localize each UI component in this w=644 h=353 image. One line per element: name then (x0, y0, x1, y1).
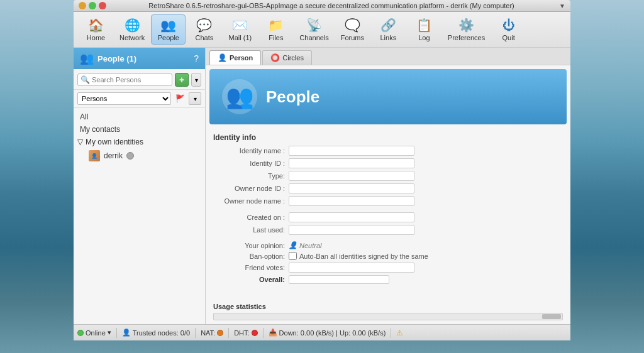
online-label: Online (86, 329, 106, 337)
toolbar-files[interactable]: 📁 Files (258, 15, 293, 44)
transfer-icon: 📥 (269, 329, 277, 337)
toolbar-log-label: Log (418, 34, 430, 41)
up-label: Up: 0.00 (kB/s) (340, 329, 386, 337)
tree-item-all[interactable]: All (74, 111, 205, 123)
right-panel: 👤 Person ⭕ Circles 👥 People Identity inf… (206, 48, 570, 324)
titlebar: RetroShare 0.6.5-retroshare-gui-OBS-AppI… (74, 0, 570, 12)
mail-icon: ✉️ (232, 18, 248, 33)
toolbar-forums[interactable]: 🗨️ Forums (335, 15, 370, 44)
toolbar-mail-label: Mail (1) (229, 34, 252, 41)
identity-id-value[interactable] (289, 158, 414, 168)
collapse-icon: ▽ (77, 138, 83, 146)
toolbar-home[interactable]: 🏠 Home (79, 15, 113, 44)
window-controls[interactable] (79, 2, 106, 9)
online-status-dot (77, 330, 84, 336)
toolbar-quit-label: Quit (502, 34, 515, 41)
help-button[interactable]: ? (194, 53, 199, 63)
toolbar-quit[interactable]: ⏻ Quit (491, 16, 526, 44)
add-person-button[interactable]: + (175, 73, 189, 87)
links-icon: 🔗 (380, 18, 396, 33)
toolbar-people-label: People (158, 34, 179, 41)
friend-votes-row: Friend votes: (213, 263, 563, 273)
ban-value: Auto-Ban all identities signed by the sa… (289, 252, 428, 260)
maximize-button[interactable] (89, 2, 96, 9)
toolbar-network-label: Network (119, 34, 145, 41)
separator-5 (391, 328, 391, 338)
opinion-label: Your opinion: (213, 242, 289, 249)
people-banner: 👥 People (209, 69, 567, 124)
tab-circles[interactable]: ⭕ Circles (262, 50, 312, 65)
separator-2 (195, 328, 196, 338)
owner-node-id-value[interactable] (289, 183, 414, 193)
search-input[interactable] (92, 76, 169, 84)
expand-icon[interactable]: ▼ (559, 3, 565, 9)
info-row-created: Created on : (213, 212, 563, 222)
identity-type-label: Type: (213, 172, 289, 180)
ban-label: Ban-option: (213, 253, 289, 260)
content-area: 👥 People (1) ? 🔍 + ▾ Persons 🚩 (74, 48, 570, 324)
nat-item: NAT: (201, 329, 223, 337)
main-window: RetroShare 0.6.5-retroshare-gui-OBS-AppI… (74, 0, 570, 340)
usage-section: Usage statistics (206, 303, 570, 324)
identity-info-title: Identity info (213, 133, 563, 142)
files-icon: 📁 (268, 18, 284, 33)
tree-group-label: My own identities (86, 138, 143, 146)
close-button[interactable] (99, 2, 106, 9)
dht-status-dot (252, 330, 258, 336)
scrollbar-area[interactable] (213, 313, 563, 320)
search-input-wrap: 🔍 (77, 73, 172, 86)
toolbar-chats[interactable]: 💬 Chats (187, 15, 221, 44)
tree-item-contacts[interactable]: My contacts (74, 123, 205, 136)
created-on-value[interactable] (289, 212, 414, 222)
home-icon: 🏠 (88, 18, 104, 33)
minimize-button[interactable] (79, 2, 86, 9)
dht-item: DHT: (234, 329, 257, 337)
toolbar-network[interactable]: 🌐 Network (114, 15, 150, 44)
tab-person[interactable]: 👤 Person (209, 50, 261, 65)
people-toolbar-icon: 👥 (160, 18, 176, 33)
toolbar-forums-label: Forums (341, 34, 364, 41)
toolbar-preferences[interactable]: ⚙️ Preferences (443, 15, 490, 44)
identity-type-value[interactable] (289, 171, 414, 181)
dht-label: DHT: (234, 329, 249, 337)
info-row-node-name: Owner node name : (213, 196, 563, 206)
channels-icon: 📡 (306, 18, 322, 33)
config-button[interactable]: ▾ (189, 92, 201, 105)
people-header-left: 👥 People (1) (80, 52, 136, 65)
tree-group-own-identities[interactable]: ▽ My own identities (74, 136, 205, 148)
owner-node-name-value[interactable] (289, 196, 414, 206)
search-bar: 🔍 + ▾ (74, 69, 205, 90)
flag-icon[interactable]: 🚩 (174, 92, 186, 105)
friend-votes-value[interactable] (289, 263, 414, 273)
ban-checkbox[interactable] (289, 252, 297, 260)
toolbar-links[interactable]: 🔗 Links (371, 15, 406, 44)
persons-filter-select[interactable]: Persons (77, 92, 171, 105)
overall-label: Overall: (213, 276, 289, 283)
more-options-button[interactable]: ▾ (191, 73, 201, 87)
toolbar-log[interactable]: 📋 Log (407, 15, 441, 44)
tabs-row: 👤 Person ⭕ Circles (206, 48, 570, 65)
toolbar-home-label: Home (87, 34, 105, 41)
tree-item-user-derrik[interactable]: 👤 derrik (74, 148, 205, 163)
window-title: RetroShare 0.6.5-retroshare-gui-OBS-AppI… (106, 2, 557, 9)
online-status-item[interactable]: Online ▾ (77, 329, 111, 337)
info-row-name: Identity name : (213, 146, 563, 156)
last-used-label: Last used: (213, 226, 289, 234)
owner-node-name-label: Owner node name : (213, 197, 289, 205)
toolbar-mail[interactable]: ✉️ Mail (1) (223, 15, 257, 44)
people-header: 👥 People (1) ? (74, 48, 205, 69)
person-status-icon: 👤 (122, 329, 131, 337)
person-tab-icon: 👤 (218, 53, 227, 62)
opinion-icon: 👤 (289, 241, 297, 249)
quit-icon: ⏻ (502, 18, 515, 33)
ban-row: Ban-option: Auto-Ban all identities sign… (213, 252, 563, 260)
last-used-value[interactable] (289, 225, 414, 235)
toolbar-links-label: Links (380, 34, 396, 41)
identity-name-value[interactable] (289, 146, 414, 156)
toolbar-channels[interactable]: 📡 Channels (294, 15, 333, 44)
owner-node-id-label: Owner node ID : (213, 185, 289, 192)
info-row-id: Identity ID : (213, 158, 563, 168)
log-icon: 📋 (416, 18, 432, 33)
opinion-value: 👤 Neutral (289, 241, 321, 249)
toolbar-people[interactable]: 👥 People (151, 14, 186, 45)
